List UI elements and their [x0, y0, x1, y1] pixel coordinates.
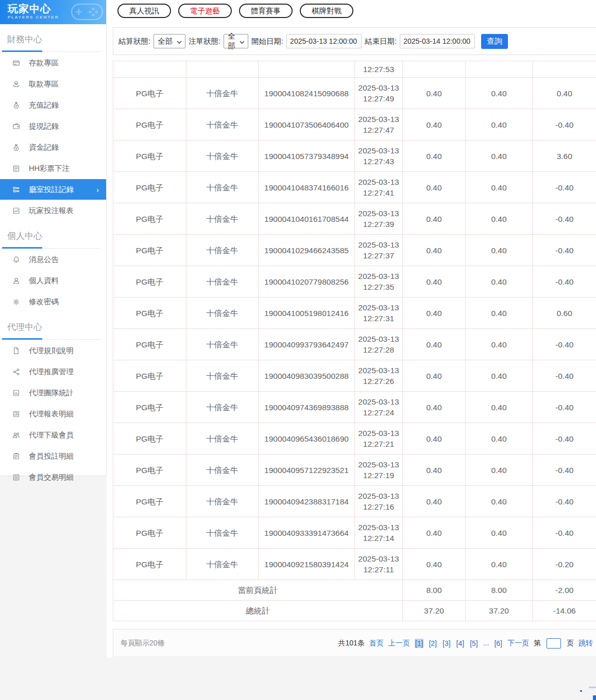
cell-time: 2025-03-1312:27:26: [355, 360, 403, 392]
cell-provider: PG电子: [113, 517, 186, 549]
floating-widget-fragment: [589, 687, 596, 688]
page-link-5[interactable]: [5]: [469, 639, 479, 648]
sidebar-item-recharge-records[interactable]: 充值記錄: [0, 95, 106, 115]
page-link-2[interactable]: [2]: [428, 639, 437, 648]
end-date-label: 結束日期:: [365, 37, 397, 46]
section-underline: [0, 247, 101, 249]
lottery-list-icon: [12, 164, 21, 172]
cell-time: 2025-03-1312:27:28: [355, 329, 403, 360]
cell-profit: 0.60: [533, 297, 596, 329]
cell-order: 1900040942388317184: [259, 486, 355, 517]
cell-provider: [113, 61, 186, 78]
sidebar-item-player-bet-report[interactable]: 玩家投注報表: [0, 200, 106, 221]
order-status-value: 全部: [228, 31, 240, 51]
sidebar-item-agent-promotion[interactable]: 代理推廣管理: [0, 361, 106, 382]
sidebar-item-deposit-zone[interactable]: 存款專區: [0, 52, 106, 73]
sidebar-item-agent-report-detail[interactable]: 代理報表明細: [0, 404, 106, 424]
sidebar-item-funds-records[interactable]: 資金記錄: [0, 137, 106, 157]
cell-bet: 0.40: [403, 392, 466, 423]
filter-bar: 結算狀態: 全部 注單狀態: 全部 開始日期: 結束日期: 查詢: [113, 27, 596, 55]
sidebar-item-room-bet-records[interactable]: 廳室投註記錄›: [0, 179, 106, 200]
app-logo: 玩家中心 PLAYERS CENTER: [0, 0, 106, 24]
wallet-icon: [12, 122, 21, 130]
end-date-input[interactable]: [400, 34, 475, 48]
cell-bet: 0.40: [403, 517, 466, 549]
sidebar-item-withdraw-records[interactable]: 提現記錄: [0, 116, 106, 136]
cell-time: 2025-03-1312:27:24: [355, 392, 403, 423]
cell-valid: 0.40: [466, 423, 533, 454]
cell-provider: PG电子: [113, 549, 186, 580]
page-number-links: [1][2][3][4][5]...[6]: [415, 639, 503, 648]
settle-status-select[interactable]: 全部: [154, 34, 185, 48]
funds-bag-icon: [12, 143, 21, 151]
summary-valid: 37.20: [466, 601, 533, 621]
withdraw-hand-icon: [12, 80, 21, 88]
sidebar-item-label: 代理團隊統計: [29, 388, 74, 398]
chevron-right-icon: ›: [96, 186, 99, 194]
start-date-input[interactable]: [286, 34, 362, 48]
cell-game: 十倍金牛: [186, 203, 259, 235]
page-number-input[interactable]: [547, 638, 561, 649]
table-row: PG电子十倍金牛19000409654360186902025-03-1312:…: [113, 423, 596, 454]
page-link-7[interactable]: [6]: [493, 639, 503, 648]
start-date-label: 開始日期:: [251, 37, 283, 46]
sidebar-item-agent-rules[interactable]: 代理規則說明: [0, 340, 106, 361]
tab-board-card-games[interactable]: 棋牌對戰: [300, 4, 353, 18]
cell-profit: -0.40: [533, 172, 596, 203]
sidebar-item-announcements[interactable]: 消息公告: [0, 249, 106, 270]
tab-sports-events[interactable]: 體育賽事: [239, 4, 293, 18]
cell-profit: -0.40: [533, 423, 596, 454]
prev-page-link[interactable]: 上一页: [388, 639, 410, 648]
sidebar-item-hh-lottery-bets[interactable]: HH彩票下注: [0, 158, 106, 179]
table-row: PG电子十倍金牛19000409937936424972025-03-1312:…: [113, 329, 596, 360]
page-link-3[interactable]: [3]: [442, 639, 451, 648]
sidebar-section: 財務中心存款專區取款專區充值記錄提現記錄資金記錄HH彩票下注廳室投註記錄›玩家投…: [0, 29, 106, 221]
cell-order: 1900040983039500288: [259, 360, 355, 392]
cell-provider: PG电子: [113, 172, 186, 203]
page-link-4[interactable]: [4]: [456, 639, 465, 648]
section-underline: [0, 50, 101, 52]
cell-game: 十倍金牛: [186, 454, 259, 486]
sidebar-item-member-bet-detail[interactable]: 會員投註明細: [0, 446, 106, 466]
goto-button[interactable]: 跳转: [578, 639, 593, 648]
first-page-link[interactable]: 首页: [369, 639, 384, 648]
sidebar-item-label: 代理報表明細: [29, 409, 74, 419]
game-category-tabs: 真人視訊電子遊藝體育賽事棋牌對戰: [107, 0, 596, 24]
sidebar-item-label: 會員投註明細: [29, 451, 74, 461]
table-row: PG电子十倍金牛19000409423883171842025-03-1312:…: [113, 486, 596, 517]
tab-electronic-games[interactable]: 電子遊藝: [178, 4, 232, 18]
order-status-select[interactable]: 全部: [224, 34, 248, 48]
sidebar-item-agent-team-stats[interactable]: 代理團隊統計: [0, 382, 106, 403]
sidebar-item-withdraw-zone[interactable]: 取款專區: [0, 74, 106, 94]
next-page-link[interactable]: 下一页: [507, 639, 529, 648]
cell-profit: 3.60: [533, 141, 596, 172]
cell-time: 2025-03-1312:27:21: [355, 423, 403, 454]
cell-bet: 0.40: [403, 486, 466, 517]
cell-order: 1900040933391473664: [259, 517, 355, 549]
section-title: 代理中心: [0, 317, 106, 338]
sidebar-item-label: 個人資料: [29, 276, 59, 286]
cell-provider: PG电子: [113, 266, 186, 297]
sidebar-item-profile[interactable]: 個人資料: [0, 270, 106, 291]
cell-order: 1900041082415090688: [259, 78, 355, 109]
pagination-bar: 每頁顯示20條 共101条 首页 上一页 [1][2][3][4][5]...[…: [113, 629, 596, 657]
report-detail-icon: [12, 410, 21, 418]
sidebar-item-member-transaction-detail[interactable]: 會員交易明細: [0, 467, 106, 487]
search-button[interactable]: 查詢: [481, 34, 508, 49]
cell-game: 十倍金牛: [186, 109, 259, 141]
page-link-1[interactable]: [1]: [415, 639, 424, 648]
summary-row-total: 總統計 37.20 37.20 -14.06: [113, 601, 596, 621]
tab-live-video[interactable]: 真人視訊: [117, 4, 171, 18]
share-icon: [12, 367, 21, 376]
cell-order: [259, 61, 355, 78]
cell-bet: 0.40: [403, 549, 466, 580]
cell-valid: 0.40: [466, 235, 533, 266]
sidebar-section: 代理中心代理規則說明代理推廣管理代理團隊統計代理報表明細代理下級會員會員投註明細…: [0, 317, 106, 487]
bell-icon: [12, 255, 21, 264]
table-row: PG电子十倍金牛19000410824150906882025-03-1312:…: [113, 78, 596, 109]
sidebar-item-agent-downline-members[interactable]: 代理下級會員: [0, 425, 106, 445]
cell-profit: [533, 61, 596, 78]
sidebar-item-change-password[interactable]: 修改密碼: [0, 291, 106, 312]
moneybag-icon: [12, 101, 21, 109]
cell-valid: 0.40: [466, 549, 533, 580]
